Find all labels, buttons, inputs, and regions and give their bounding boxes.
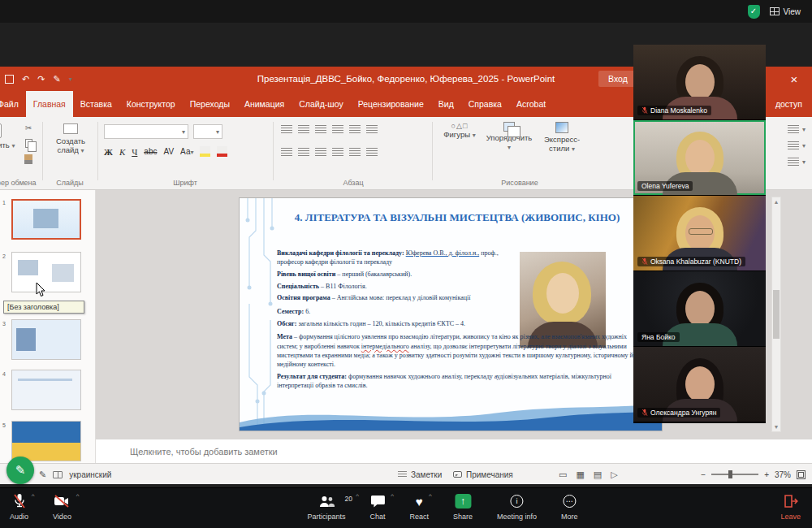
video-tile[interactable]: Olena Yufereva [633, 120, 766, 195]
font-name-combobox[interactable]: ▾ [104, 124, 188, 139]
audio-button[interactable]: ^ Audio [10, 492, 28, 521]
slide-thumbnail-5[interactable] [11, 421, 81, 461]
chat-button[interactable]: ^ Chat [369, 492, 385, 521]
tab-insert[interactable]: Вставка [73, 91, 119, 117]
line-spacing-icon[interactable] [366, 125, 378, 134]
find-button[interactable]: ▾ [788, 125, 806, 134]
columns-icon[interactable] [349, 148, 361, 157]
justify-icon[interactable] [332, 148, 343, 157]
strikethrough-button[interactable]: abc [144, 147, 157, 156]
tab-slideshow[interactable]: Слайд-шоу [292, 91, 350, 117]
slide-thumbnail-4[interactable] [11, 370, 81, 410]
shapes-button[interactable]: ○△□ Фигуры ▾ [440, 122, 479, 139]
react-caret[interactable]: ^ [429, 492, 432, 500]
slide-paragraph: Спеціальність – В11 Філологія. [277, 282, 514, 291]
reading-view-icon[interactable]: ▤ [594, 470, 602, 480]
view-button[interactable]: View [770, 7, 801, 16]
zoom-percentage[interactable]: 37% [775, 470, 791, 479]
select-button[interactable]: ▾ [788, 158, 806, 167]
participants-button[interactable]: 20 ^ Participants [307, 492, 345, 521]
font-size-combobox[interactable]: ▾ [193, 124, 222, 139]
italic-button[interactable]: К [119, 147, 125, 157]
tab-review[interactable]: Рецензирование [351, 91, 431, 117]
notes-pane[interactable]: Щелкните, чтобы добавить заметки [96, 439, 812, 463]
scroll-up-icon[interactable]: ▲ [774, 199, 780, 205]
slide-thumbnail-2[interactable] [11, 252, 81, 292]
highlight-color-button[interactable] [200, 146, 210, 157]
font-color-button[interactable] [217, 146, 227, 157]
fit-to-window-button[interactable] [797, 470, 806, 479]
sign-in-button[interactable]: Вход [598, 71, 637, 87]
tab-animations[interactable]: Анимация [237, 91, 292, 117]
share-button-label[interactable]: доступ [775, 91, 802, 117]
audio-options-caret[interactable]: ^ [32, 492, 35, 500]
react-button[interactable]: ♥ ^ React [409, 492, 429, 521]
spellcheck-icon[interactable] [53, 471, 63, 478]
slide-thumbnail-3[interactable] [11, 319, 81, 360]
slide-scrollbar[interactable]: ▲ ▼ [771, 197, 781, 432]
annotate-pencil-button[interactable]: ✎ [6, 457, 34, 484]
tab-help[interactable]: Справка [461, 91, 509, 117]
video-tile[interactable]: Oksana Khalabuzar (KNUTD) [633, 196, 766, 270]
video-tile[interactable]: Diana Moskalenko [633, 45, 766, 119]
replace-button[interactable]: ▾ [788, 141, 806, 150]
decrease-indent-icon[interactable] [315, 125, 326, 134]
smartart-convert-icon[interactable] [366, 148, 378, 157]
copy-icon[interactable] [25, 139, 32, 148]
underline-button[interactable]: Ч [132, 147, 137, 157]
scroll-down-icon[interactable]: ▼ [774, 424, 780, 430]
notes-toggle-button[interactable]: Заметки [398, 464, 442, 484]
participants-icon [318, 495, 335, 508]
scrollbar-thumb[interactable] [773, 290, 780, 339]
align-left-icon[interactable] [281, 148, 292, 157]
zoom-slider-thumb[interactable] [728, 470, 732, 478]
video-options-caret[interactable]: ^ [76, 492, 80, 500]
new-slide-button[interactable]: Создать слайд ▾ [47, 122, 94, 154]
numbering-icon[interactable] [298, 125, 309, 134]
bold-button[interactable]: Ж [104, 147, 113, 157]
language-indicator[interactable]: украинский [69, 470, 111, 479]
quick-styles-button[interactable]: Экспресс- стили ▾ [539, 122, 585, 153]
tab-transitions[interactable]: Переходы [183, 91, 237, 117]
leave-button[interactable]: Leave [780, 492, 801, 521]
paste-button[interactable]: Вставить ▾ [0, 122, 19, 149]
tab-home[interactable]: Главная [26, 91, 73, 117]
align-right-icon[interactable] [315, 148, 326, 157]
tab-design[interactable]: Конструктор [119, 91, 183, 117]
slide-thumbnail-1[interactable] [11, 199, 81, 240]
normal-view-icon[interactable]: ▭ [559, 470, 567, 480]
slide-body-text[interactable]: Викладачі кафедри філології та перекладу… [277, 249, 649, 392]
slide-sorter-icon[interactable]: ▦ [576, 470, 584, 480]
zoom-slider[interactable] [711, 474, 758, 475]
video-tile[interactable]: Олександра Унгурян [633, 347, 766, 422]
video-tile[interactable]: Яна Бойко [633, 271, 766, 346]
tab-file[interactable]: Файл [0, 91, 26, 117]
ink-status-icon[interactable]: ✎ [39, 470, 46, 480]
comments-toggle-button[interactable]: Примечания [453, 464, 513, 484]
zoom-in-button[interactable]: + [764, 470, 769, 479]
text-direction-icon[interactable] [349, 125, 361, 134]
slide-title[interactable]: 4. ЛІТЕРАТУРА ТА ВІЗУАЛЬНІ МИСТЕЦТВА (ЖИ… [287, 211, 628, 225]
cut-icon[interactable]: ✂ [25, 123, 32, 132]
tab-acrobat[interactable]: Acrobat [509, 91, 553, 117]
share-button[interactable]: ↑ Share [453, 492, 473, 521]
arrange-button[interactable]: Упорядочить ▾ [484, 122, 534, 151]
chat-caret[interactable]: ^ [391, 492, 394, 500]
bullets-icon[interactable] [281, 125, 292, 134]
video-button[interactable]: ^ Video [53, 492, 71, 521]
character-spacing-button[interactable]: AV [163, 147, 174, 156]
slideshow-icon[interactable]: ▷ [611, 470, 617, 480]
increase-indent-icon[interactable] [332, 125, 343, 134]
slide-canvas[interactable]: 4. ЛІТЕРАТУРА ТА ВІЗУАЛЬНІ МИСТЕЦТВА (ЖИ… [240, 198, 662, 431]
tab-view[interactable]: Вид [431, 91, 461, 117]
participants-caret[interactable]: ^ [356, 492, 359, 500]
encryption-shield-icon[interactable]: ✓ [748, 5, 760, 19]
change-case-button[interactable]: Аа▾ [180, 147, 193, 156]
more-button[interactable]: ⋯ More [561, 492, 578, 521]
align-center-icon[interactable] [298, 148, 309, 157]
paragraph-buttons-row1 [281, 125, 378, 134]
close-button[interactable]: × [776, 67, 812, 91]
format-painter-icon[interactable] [24, 154, 32, 164]
zoom-out-button[interactable]: − [701, 470, 706, 479]
meeting-info-button[interactable]: i Meeting info [497, 492, 537, 521]
